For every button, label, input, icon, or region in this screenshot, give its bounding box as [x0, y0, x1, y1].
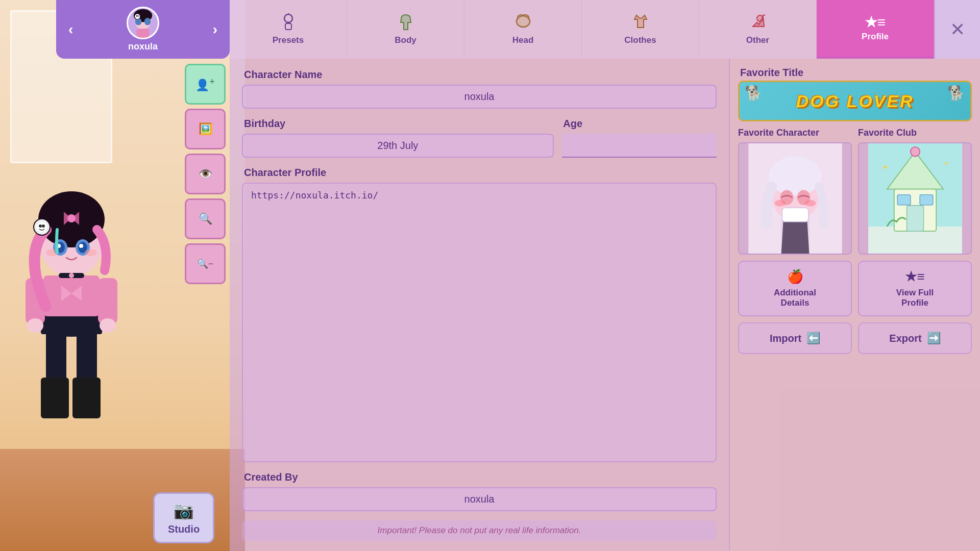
- other-tab-icon: [749, 12, 767, 33]
- birthday-label: Birthday: [242, 118, 551, 130]
- clothes-tab-label: Clothes: [624, 35, 656, 45]
- svg-rect-10: [98, 278, 117, 324]
- svg-point-39: [136, 15, 139, 18]
- svg-point-27: [85, 249, 97, 256]
- zoom-out-icon: 🔍−: [197, 258, 214, 269]
- favorites-row: Favorite Character: [738, 128, 972, 255]
- favorite-character-image[interactable]: [738, 142, 852, 255]
- add-character-icon: 👤+: [195, 76, 215, 92]
- svg-point-45: [517, 16, 530, 27]
- favorite-character-box: Favorite Character: [738, 128, 852, 255]
- important-note: Important! Please do not put any real li…: [242, 520, 717, 541]
- character-name-field-group: Character Name noxula: [242, 69, 717, 109]
- created-by-label: Created By: [242, 471, 717, 483]
- additional-details-icon: 🍎: [787, 269, 803, 285]
- svg-rect-37: [136, 29, 149, 38]
- svg-point-65: [910, 147, 919, 156]
- export-label: Export: [889, 333, 921, 344]
- close-icon: ✕: [950, 19, 965, 40]
- next-character-button[interactable]: ›: [209, 19, 222, 40]
- export-button[interactable]: Export ➡️: [858, 322, 972, 354]
- created-by-input[interactable]: noxula: [242, 487, 717, 511]
- zoom-in-icon: 🔍: [199, 212, 212, 226]
- svg-point-32: [69, 273, 74, 278]
- favorite-character-label: Favorite Character: [738, 128, 852, 138]
- tab-body[interactable]: Body: [347, 0, 464, 59]
- import-export-row: Import ⬅️ Export ➡️: [738, 322, 972, 354]
- close-button[interactable]: ✕: [934, 0, 980, 59]
- svg-point-18: [39, 224, 42, 228]
- svg-text:✦: ✦: [943, 160, 949, 167]
- zoom-out-button[interactable]: 🔍−: [185, 243, 226, 284]
- image-button[interactable]: 🖼️: [185, 109, 226, 149]
- action-row: 🍎 Additional Details ★≡ View Full Profil…: [738, 261, 972, 316]
- dog-right-icon: 🐕: [947, 85, 965, 102]
- body-tab-label: Body: [395, 35, 416, 45]
- birthday-field-group: Birthday Age 29th July: [242, 118, 717, 158]
- character-figure: [15, 163, 128, 469]
- svg-point-51: [769, 157, 821, 196]
- character-name-label: Character Name: [242, 69, 717, 81]
- body-tab-icon: [397, 12, 415, 33]
- favorite-club-image[interactable]: ✦ ✦: [858, 142, 972, 255]
- svg-point-19: [42, 224, 45, 228]
- tab-head[interactable]: Head: [464, 0, 582, 59]
- character-selector: ‹ noxula ›: [56, 0, 230, 59]
- svg-point-40: [136, 15, 137, 17]
- svg-point-54: [774, 200, 786, 207]
- tab-profile[interactable]: ★≡ Profile: [817, 0, 934, 59]
- visibility-button[interactable]: 👁️: [185, 154, 226, 194]
- view-full-profile-button[interactable]: ★≡ View Full Profile: [858, 261, 972, 316]
- form-section: Character Name noxula Birthday Age 29th …: [230, 59, 730, 551]
- svg-text:✦: ✦: [881, 163, 889, 172]
- presets-tab-icon: [279, 12, 298, 33]
- character-name-display: noxula: [128, 41, 158, 52]
- svg-point-42: [284, 14, 292, 22]
- svg-rect-62: [906, 206, 923, 231]
- character-name-input[interactable]: noxula: [242, 85, 717, 109]
- svg-point-17: [37, 222, 47, 232]
- side-toolbar: 👤+ 🖼️ 👁️ 🔍 🔍−: [185, 64, 228, 284]
- svg-point-55: [804, 200, 816, 207]
- eye-icon: 👁️: [199, 167, 212, 181]
- svg-rect-56: [782, 208, 808, 222]
- svg-rect-63: [897, 195, 911, 205]
- studio-button[interactable]: 📷 Studio: [153, 492, 214, 543]
- view-full-profile-label: View Full Profile: [896, 288, 934, 308]
- birthday-input[interactable]: 29th July: [242, 134, 554, 158]
- svg-point-11: [27, 318, 43, 333]
- zoom-in-button[interactable]: 🔍: [185, 198, 226, 239]
- import-icon: ⬅️: [806, 332, 820, 345]
- import-label: Import: [770, 333, 801, 344]
- additional-details-button[interactable]: 🍎 Additional Details: [738, 261, 852, 316]
- favorite-club-box: Favorite Club: [858, 128, 972, 255]
- tab-bar: Presets Body Head: [230, 0, 980, 59]
- avatar-container: noxula: [127, 7, 159, 52]
- studio-icon: 📷: [174, 501, 194, 520]
- profile-tab-icon: ★≡: [865, 15, 886, 30]
- svg-rect-6: [43, 276, 100, 316]
- svg-point-30: [67, 214, 76, 222]
- dog-left-icon: 🐕: [745, 85, 763, 102]
- character-profile-textarea[interactable]: https://noxula.itch.io/: [242, 183, 717, 462]
- svg-point-25: [79, 244, 83, 248]
- svg-rect-3: [72, 378, 101, 418]
- svg-rect-44: [285, 23, 291, 30]
- studio-label: Studio: [168, 523, 200, 535]
- content-area: Character Name noxula Birthday Age 29th …: [230, 59, 980, 551]
- add-character-button[interactable]: 👤+: [185, 64, 226, 105]
- tab-other[interactable]: Other: [699, 0, 817, 59]
- tab-presets[interactable]: Presets: [230, 0, 347, 59]
- favorite-club-label: Favorite Club: [858, 128, 972, 138]
- profile-tab-label: Profile: [862, 32, 889, 42]
- tab-clothes[interactable]: Clothes: [582, 0, 699, 59]
- import-button[interactable]: Import ⬅️: [738, 322, 852, 354]
- character-profile-field-group: Character Profile https://noxula.itch.io…: [242, 167, 717, 462]
- export-icon: ➡️: [927, 332, 941, 345]
- prev-character-button[interactable]: ‹: [64, 19, 77, 40]
- svg-point-12: [100, 318, 116, 333]
- svg-rect-2: [41, 378, 69, 418]
- dog-lover-banner[interactable]: 🐕 DOG LOVER 🐕: [738, 81, 972, 121]
- age-input[interactable]: [562, 134, 717, 158]
- view-full-profile-icon: ★≡: [905, 269, 924, 285]
